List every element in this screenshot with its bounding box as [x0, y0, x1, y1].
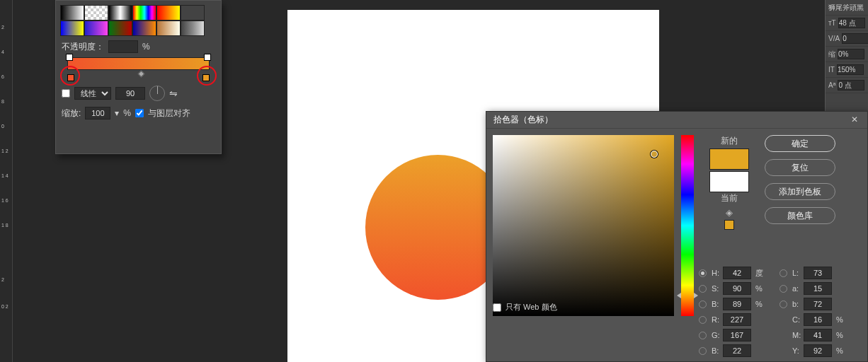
m-label: M:	[792, 331, 801, 339]
a-radio[interactable]	[780, 285, 787, 293]
bv-input[interactable]	[723, 298, 751, 310]
sv-cursor[interactable]	[651, 151, 658, 158]
current-color-swatch[interactable]	[709, 171, 749, 192]
gradient-preset[interactable]	[132, 5, 156, 21]
bb-input[interactable]	[723, 344, 751, 357]
color-picker-dialog: 拾色器（色标） ✕ 新的 当前 ◈ 确定 复位 添加到色板 颜色库 H:度	[486, 111, 868, 362]
bv-radio[interactable]	[699, 300, 707, 308]
hue-arrow-right-icon	[694, 293, 698, 298]
gradient-editor-panel: 不透明度： % 线性 ⇋ 缩放: ▾ % 与图层对齐	[55, 0, 222, 154]
opacity-stop-left[interactable]	[66, 54, 73, 61]
tracking-icon: 缩	[828, 49, 835, 59]
bb-radio[interactable]	[699, 347, 707, 355]
scale-dropdown-icon[interactable]: ▾	[115, 108, 119, 118]
opacity-stop-right[interactable]	[204, 54, 211, 61]
gradient-preset[interactable]	[108, 21, 132, 36]
close-icon[interactable]: ✕	[849, 115, 860, 126]
vscale-icon: IT	[828, 66, 835, 74]
gradient-type-select[interactable]: 线性	[74, 87, 111, 100]
vertical-ruler: 2 4 6 8 0 1 2 1 4 1 6 1 8 2 0 2	[0, 0, 13, 362]
picker-title-text: 拾色器（色标）	[493, 114, 553, 126]
midpoint-handle[interactable]	[137, 71, 144, 78]
websafe-swatch[interactable]	[724, 220, 734, 230]
scale-unit: %	[123, 108, 131, 118]
gradient-bar[interactable]	[56, 56, 221, 83]
font-size-input[interactable]	[838, 18, 865, 28]
s-label: S:	[712, 284, 720, 293]
align-label: 与图层对齐	[148, 107, 190, 119]
g-label: G:	[712, 331, 720, 339]
b-input[interactable]	[804, 298, 832, 310]
l-radio[interactable]	[780, 269, 787, 277]
s-input[interactable]	[723, 282, 751, 295]
add-to-swatches-button[interactable]: 添加到色板	[765, 183, 835, 200]
gradient-preset[interactable]	[181, 5, 205, 21]
tracking-input[interactable]	[838, 49, 864, 59]
h-label: H:	[712, 269, 720, 277]
y-input[interactable]	[804, 344, 832, 357]
gradient-preset[interactable]	[132, 21, 156, 36]
b-radio[interactable]	[780, 300, 787, 308]
angle-input[interactable]	[115, 87, 145, 100]
l-label: L:	[792, 269, 801, 277]
angle-dial[interactable]	[149, 86, 165, 101]
r-label: R:	[712, 315, 720, 324]
y-label: Y:	[792, 346, 801, 355]
picker-titlebar[interactable]: 拾色器（色标） ✕	[486, 112, 867, 129]
scale-label: 缩放:	[62, 107, 81, 119]
kerning-icon: V/A	[828, 35, 840, 42]
color-stop-left[interactable]	[67, 74, 74, 81]
web-only-label: 只有 Web 颜色	[506, 302, 557, 313]
l-input[interactable]	[804, 267, 832, 279]
reverse-icon[interactable]: ⇋	[169, 88, 178, 99]
a-input[interactable]	[804, 282, 832, 295]
color-stop-right[interactable]	[202, 74, 210, 81]
h-input[interactable]	[723, 267, 751, 279]
font-family[interactable]: 狮尾斧頭黑	[826, 0, 868, 16]
scale-input[interactable]	[85, 107, 110, 119]
opacity-input[interactable]	[108, 40, 138, 53]
hue-arrow-left-icon	[677, 293, 681, 298]
web-only-checkbox[interactable]	[493, 303, 501, 312]
align-checkbox[interactable]	[135, 109, 144, 117]
c-label: C:	[792, 315, 801, 324]
vscale-input[interactable]	[837, 64, 864, 75]
gradient-presets	[56, 1, 221, 37]
gradient-preset[interactable]	[84, 5, 108, 21]
gradient-preset[interactable]	[181, 21, 205, 36]
saturation-value-field[interactable]	[493, 135, 674, 316]
reset-button[interactable]: 复位	[765, 159, 835, 176]
g-input[interactable]	[723, 329, 751, 341]
a-label: a:	[792, 284, 801, 293]
h-radio[interactable]	[699, 269, 707, 277]
r-input[interactable]	[723, 313, 751, 326]
opacity-label: 不透明度：	[62, 41, 104, 53]
gradient-preset[interactable]	[60, 21, 84, 36]
cube-icon[interactable]: ◈	[724, 207, 734, 217]
s-radio[interactable]	[699, 285, 707, 293]
type-checkbox[interactable]	[62, 89, 70, 98]
c-input[interactable]	[804, 313, 832, 326]
m-input[interactable]	[804, 329, 832, 341]
r-radio[interactable]	[699, 316, 707, 324]
current-color-label: 当前	[701, 192, 758, 204]
bb-label: B:	[712, 346, 720, 355]
gradient-preset[interactable]	[108, 5, 132, 21]
gradient-preset[interactable]	[60, 5, 84, 21]
new-color-label: 新的	[701, 135, 758, 147]
gradient-preset[interactable]	[156, 5, 181, 21]
kerning-input[interactable]	[842, 33, 868, 44]
color-library-button[interactable]: 颜色库	[765, 207, 835, 224]
bv-label: B:	[712, 300, 720, 308]
new-color-swatch	[709, 148, 749, 170]
baseline-input[interactable]	[838, 80, 864, 90]
baseline-icon: Aª	[828, 81, 835, 89]
hue-strip[interactable]	[681, 135, 694, 316]
g-radio[interactable]	[699, 332, 707, 339]
gradient-preset[interactable]	[156, 21, 181, 36]
character-panel: 狮尾斧頭黑 тT V/A 缩 IT Aª	[825, 0, 868, 113]
gradient-preset[interactable]	[84, 21, 108, 36]
gradient-preview[interactable]	[67, 57, 210, 70]
ok-button[interactable]: 确定	[765, 135, 835, 152]
font-size-icon: тT	[828, 19, 836, 27]
